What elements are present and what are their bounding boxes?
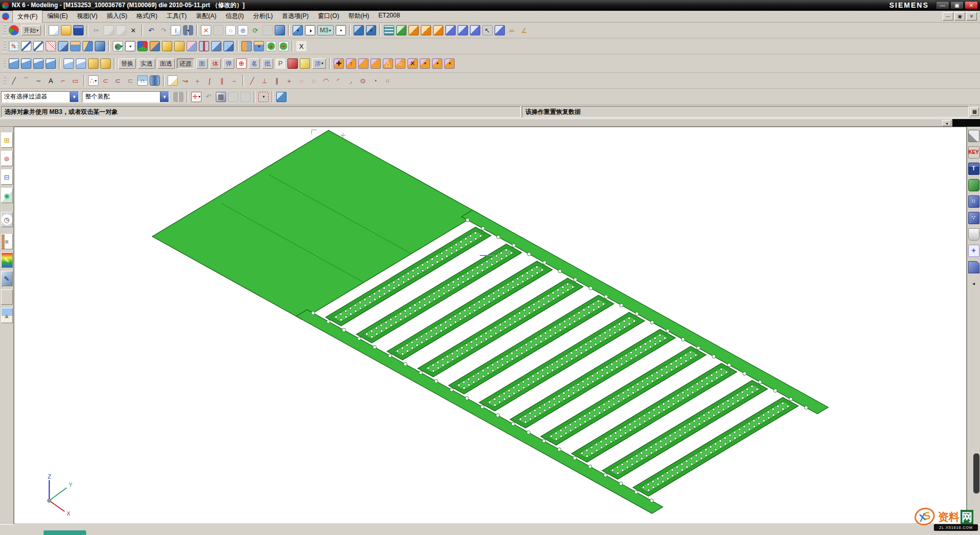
menu-information[interactable]: 信息(I) xyxy=(221,10,248,23)
delete-face-button[interactable]: ✕ xyxy=(407,58,418,69)
rotate-view-button[interactable]: ⟳ xyxy=(250,25,260,35)
toolbar-handle[interactable] xyxy=(4,58,6,69)
dropdown-arrow[interactable]: ▾ xyxy=(262,94,264,99)
clip-section-button[interactable]: ▾ xyxy=(336,25,346,35)
select-cursor-button[interactable]: ↖ xyxy=(482,25,493,35)
selection-scope-combo[interactable]: 整个装配 ▼ xyxy=(82,91,169,103)
perspective-button[interactable] xyxy=(275,25,285,35)
zoom-button[interactable]: ○ xyxy=(226,25,236,35)
dropdown-arrow[interactable]: ▾ xyxy=(36,28,38,33)
snap-point-button[interactable] xyxy=(445,25,456,35)
measure-angle-button[interactable]: ∠ xyxy=(519,25,529,35)
spline-button[interactable]: ∼ xyxy=(33,75,44,86)
expression-button[interactable]: X xyxy=(296,41,307,51)
internet-browser-tab[interactable]: ◉ xyxy=(1,188,13,203)
dashed-circle-button[interactable]: ◌ xyxy=(296,75,307,86)
cad-model-die-strip[interactable]: ZYX xyxy=(14,127,966,524)
green-part-tab[interactable] xyxy=(968,179,979,191)
scenery-tab[interactable]: ▲ xyxy=(1,308,13,323)
paste-curve-button[interactable] xyxy=(168,75,178,86)
interference-button[interactable]: 涉▾ xyxy=(312,58,326,69)
fillet-curve-button[interactable]: ◜ xyxy=(333,75,343,86)
perpendicular-line-button[interactable]: ＋ xyxy=(284,75,294,86)
menu-view[interactable]: 视图(V) xyxy=(72,10,102,23)
sweep-button[interactable] xyxy=(83,41,93,51)
cross-fitting-part-tab[interactable]: ✚ xyxy=(968,245,979,257)
child-close-button[interactable]: ✕ xyxy=(966,12,977,21)
rectangle-select-button[interactable]: ▾ xyxy=(258,92,269,102)
find-in-selection-button[interactable] xyxy=(173,92,183,102)
bridge-curve-button[interactable]: ʃ xyxy=(205,75,215,86)
plate-part-tab[interactable]: ∵ xyxy=(968,212,979,224)
pattern-subtract-button[interactable]: − xyxy=(278,41,289,51)
chamfer-button[interactable] xyxy=(174,41,185,51)
pull-face-button[interactable]: ↑ xyxy=(346,58,356,69)
block-button[interactable] xyxy=(95,41,105,51)
move-disabled-button[interactable] xyxy=(240,92,251,102)
dropdown-arrow[interactable]: ▾ xyxy=(340,28,342,33)
materials-tab[interactable]: ✎ xyxy=(1,252,13,268)
line-button[interactable]: ╱ xyxy=(9,75,19,86)
m3-view-button[interactable]: M3▾ xyxy=(317,25,334,35)
snap-mid-button[interactable] xyxy=(470,25,480,35)
window-display-button[interactable]: ▾ xyxy=(366,25,376,35)
scroll-left-button[interactable]: ◂ xyxy=(942,120,951,126)
prompt-mini-icon[interactable]: ▦ xyxy=(970,107,979,116)
child-restore-button[interactable]: ▣ xyxy=(954,12,965,21)
point-set-button[interactable]: ∴▾ xyxy=(88,75,98,86)
replace-face-button[interactable]: ○ xyxy=(395,58,405,69)
dropdown-arrow[interactable]: ▾ xyxy=(198,94,200,99)
pan-button[interactable] xyxy=(262,25,273,35)
yellow-cube-button[interactable] xyxy=(300,58,310,69)
collapse-panel-button[interactable]: ◂ xyxy=(968,278,979,290)
show-dice-button[interactable]: ▦ xyxy=(216,92,226,102)
pattern-add-button[interactable]: ＋ xyxy=(266,41,276,51)
scrollbar-thumb[interactable] xyxy=(973,453,979,493)
offset-region-button[interactable]: △ xyxy=(383,58,393,69)
pattern-face-button[interactable]: ▾ xyxy=(432,58,442,69)
boss-button[interactable] xyxy=(70,41,80,51)
rotate-disabled-button[interactable] xyxy=(228,92,238,102)
copy-button[interactable] xyxy=(104,25,114,35)
small-arc-button[interactable]: ◠ xyxy=(321,75,331,86)
unite-button[interactable] xyxy=(211,41,221,51)
copy-face-button[interactable] xyxy=(358,58,369,69)
datum-csys-button[interactable] xyxy=(137,41,148,51)
minimize-button[interactable]: — xyxy=(936,1,949,9)
snap-end-button[interactable] xyxy=(458,25,468,35)
elbow-part-tab[interactable] xyxy=(968,261,979,273)
redo-button[interactable]: ↷ xyxy=(158,25,169,35)
curve-mesh-button[interactable] xyxy=(33,58,44,69)
part-navigator-tab[interactable]: ⊟ xyxy=(1,169,13,185)
replace-button[interactable]: 替换 xyxy=(118,58,136,69)
constraint-navigator-tab[interactable]: ⊚ xyxy=(1,151,13,166)
dropdown-arrow[interactable]: ▾ xyxy=(329,28,331,33)
pocket-button[interactable] xyxy=(150,41,160,51)
menu-et2008[interactable]: ET2008 xyxy=(374,10,404,23)
palettes-tab[interactable]: ≡ xyxy=(1,234,13,249)
subtract-button[interactable]: ○ xyxy=(223,41,234,51)
shell-button[interactable] xyxy=(187,41,197,51)
selection-scope-dropdown[interactable]: ▼ xyxy=(160,92,169,102)
dropdown-arrow[interactable]: ▾ xyxy=(370,28,372,33)
wcs-orient-button[interactable] xyxy=(421,25,431,35)
solid-translucent-button[interactable]: 实透 xyxy=(138,58,155,69)
wcs-dynamics-button[interactable] xyxy=(409,25,419,35)
start-menu-button[interactable]: 开始▾ xyxy=(21,25,41,35)
dropdown-arrow[interactable]: ▾ xyxy=(437,61,439,66)
menu-file[interactable]: 文件(F) xyxy=(12,10,43,23)
snap-crosshair-button[interactable]: ✛▾ xyxy=(191,92,201,102)
save-button[interactable] xyxy=(73,25,84,35)
cup-part-tab[interactable] xyxy=(968,228,979,241)
dropdown-arrow[interactable]: ▾ xyxy=(120,44,122,49)
zoom-box-button[interactable] xyxy=(213,25,223,35)
p-annotation-button[interactable]: P xyxy=(275,58,285,69)
render-style-button[interactable]: ◑ xyxy=(305,25,315,35)
bounded-plane-button[interactable] xyxy=(64,58,74,69)
corner-button[interactable]: ⌐ xyxy=(58,75,68,86)
red-cube-button[interactable] xyxy=(288,58,298,69)
key-tab[interactable]: KEY xyxy=(968,146,979,158)
chamfer-curve-button[interactable]: ◞ xyxy=(345,75,356,86)
menu-tools[interactable]: 工具(T) xyxy=(162,10,191,23)
toolbar-handle[interactable] xyxy=(4,75,6,86)
